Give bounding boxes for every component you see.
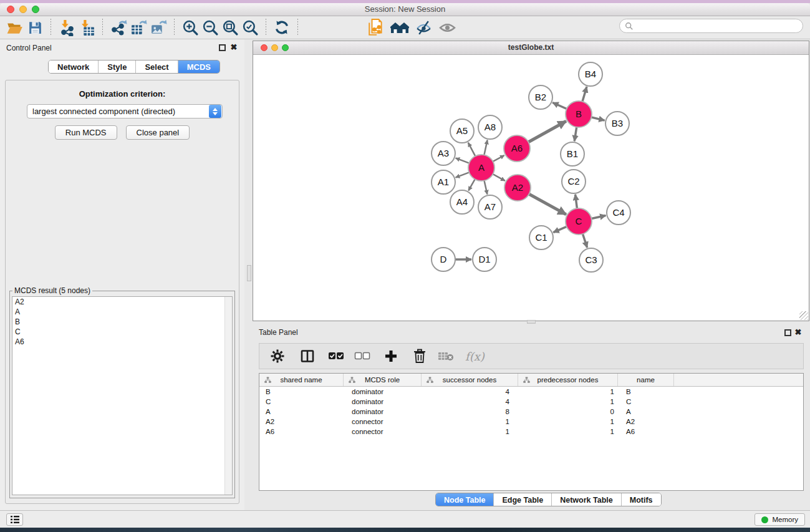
zoom-in-button[interactable] xyxy=(180,17,200,37)
table-cell[interactable]: 1 xyxy=(518,388,618,395)
list-item[interactable]: A6 xyxy=(12,337,232,347)
graph-node[interactable]: A6 xyxy=(504,135,530,162)
table-cell[interactable]: A xyxy=(618,408,674,415)
table-cell[interactable]: A6 xyxy=(618,428,674,435)
table-row[interactable]: Cdominator41C xyxy=(259,397,803,407)
tab-motifs[interactable]: Motifs xyxy=(621,493,661,506)
graph-node[interactable]: C4 xyxy=(607,201,630,225)
show-columns-button[interactable] xyxy=(296,346,319,367)
column-header[interactable]: name xyxy=(618,374,674,386)
graph-node[interactable]: C1 xyxy=(529,226,553,249)
graph-node[interactable]: B xyxy=(566,101,592,127)
export-table-button[interactable] xyxy=(128,17,148,37)
tab-edge-table[interactable]: Edge Table xyxy=(493,493,551,506)
import-table-button[interactable] xyxy=(77,17,97,37)
table-cell[interactable]: 1 xyxy=(518,428,618,435)
table-cell[interactable]: C xyxy=(618,398,674,405)
graph-node[interactable]: A1 xyxy=(432,170,455,194)
table-cell[interactable]: A xyxy=(259,408,344,415)
task-history-button[interactable] xyxy=(6,513,23,526)
graph-node[interactable]: B4 xyxy=(579,62,602,86)
float-panel-icon[interactable] xyxy=(784,329,791,336)
function-builder-icon[interactable]: f(x) xyxy=(465,350,485,363)
table-cell[interactable]: C xyxy=(259,398,344,405)
network-canvas[interactable]: B4B2BB3A8A5A6A3B1AA1C2A2A4A7C4CC1C3DD1 xyxy=(253,55,809,321)
network-manager-button[interactable] xyxy=(390,17,410,37)
graph-node[interactable]: D1 xyxy=(473,248,496,271)
table-options-button[interactable] xyxy=(266,346,289,367)
close-panel-icon[interactable]: ✖ xyxy=(229,43,238,52)
table-cell[interactable]: A6 xyxy=(259,428,344,435)
result-list-scrollbar[interactable] xyxy=(224,297,232,495)
create-column-button[interactable] xyxy=(379,346,403,367)
graph-node[interactable]: B2 xyxy=(529,85,552,109)
tab-style[interactable]: Style xyxy=(98,60,135,73)
network-zoom-button[interactable] xyxy=(282,44,289,51)
graph-node[interactable]: C xyxy=(566,208,592,235)
graph-node[interactable]: A4 xyxy=(450,190,474,214)
table-cell[interactable]: 0 xyxy=(518,408,618,415)
table-cell[interactable]: connector xyxy=(344,418,422,425)
export-network-button[interactable] xyxy=(108,17,128,37)
column-header[interactable]: shared name xyxy=(259,374,344,386)
column-header[interactable]: predecessor nodes xyxy=(518,374,618,386)
table-cell[interactable]: 1 xyxy=(422,418,518,425)
table-cell[interactable]: 4 xyxy=(422,388,518,395)
close-window-button[interactable] xyxy=(7,6,14,13)
float-panel-icon[interactable] xyxy=(219,44,226,51)
tab-network-table[interactable]: Network Table xyxy=(551,493,621,506)
network-close-button[interactable] xyxy=(261,44,268,51)
column-header[interactable]: successor nodes xyxy=(422,374,518,386)
list-item[interactable]: C xyxy=(12,327,232,337)
list-item[interactable]: A2 xyxy=(12,297,232,307)
zoom-fit-button[interactable] xyxy=(220,17,240,37)
zoom-out-button[interactable] xyxy=(200,17,220,37)
column-header[interactable]: MCDS role xyxy=(344,374,422,386)
save-session-button[interactable] xyxy=(25,17,45,37)
select-all-button[interactable] xyxy=(324,346,348,367)
tab-node-table[interactable]: Node Table xyxy=(436,493,493,506)
list-item[interactable]: B xyxy=(12,317,232,327)
list-item[interactable]: A xyxy=(12,307,232,317)
table-cell[interactable]: B xyxy=(618,388,674,395)
memory-button[interactable]: Memory xyxy=(755,513,805,526)
zoom-window-button[interactable] xyxy=(32,6,39,13)
open-session-button[interactable] xyxy=(5,17,25,37)
minimize-window-button[interactable] xyxy=(19,6,27,13)
graph-node[interactable]: C3 xyxy=(579,248,603,272)
graph-node[interactable]: C2 xyxy=(562,170,586,193)
show-panels-button[interactable] xyxy=(437,17,457,37)
close-panel-icon[interactable]: ✖ xyxy=(794,328,803,337)
delete-columns-button[interactable] xyxy=(408,346,432,367)
tab-network[interactable]: Network xyxy=(49,60,98,73)
graph-node[interactable]: A5 xyxy=(450,119,474,143)
table-cell[interactable]: 8 xyxy=(422,408,518,415)
graph-node[interactable]: A2 xyxy=(504,175,531,201)
table-cell[interactable]: 1 xyxy=(422,428,518,435)
network-minimize-button[interactable] xyxy=(271,44,278,51)
export-image-button[interactable] xyxy=(148,17,168,37)
import-network-button[interactable] xyxy=(57,17,77,37)
criterion-select[interactable]: largest connected component (directed) xyxy=(27,104,223,118)
table-cell[interactable]: 4 xyxy=(422,398,518,405)
tab-select[interactable]: Select xyxy=(135,60,177,73)
graph-node[interactable]: B1 xyxy=(561,142,584,166)
graph-node[interactable]: A7 xyxy=(478,195,502,219)
graph-node[interactable]: B3 xyxy=(605,112,629,135)
graph-node[interactable]: A3 xyxy=(432,142,455,165)
table-cell[interactable]: connector xyxy=(344,428,422,435)
close-panel-button[interactable]: Close panel xyxy=(126,125,190,140)
refresh-view-button[interactable] xyxy=(272,17,292,37)
table-cell[interactable]: A2 xyxy=(259,418,344,425)
deselect-all-button[interactable] xyxy=(350,346,374,367)
network-graph[interactable]: B4B2BB3A8A5A6A3B1AA1C2A2A4A7C4CC1C3DD1 xyxy=(253,55,809,321)
new-network-from-selection-button[interactable] xyxy=(366,17,386,37)
table-cell[interactable]: 1 xyxy=(518,418,618,425)
graph-node[interactable]: D xyxy=(432,248,455,271)
table-cell[interactable]: dominator xyxy=(344,398,422,405)
table-cell[interactable]: 1 xyxy=(518,398,618,405)
graph-node[interactable]: A xyxy=(468,155,494,181)
run-mcds-button[interactable]: Run MCDS xyxy=(55,125,117,140)
table-row[interactable]: Adominator80A xyxy=(259,407,803,417)
window-resize-grip[interactable] xyxy=(799,311,808,320)
